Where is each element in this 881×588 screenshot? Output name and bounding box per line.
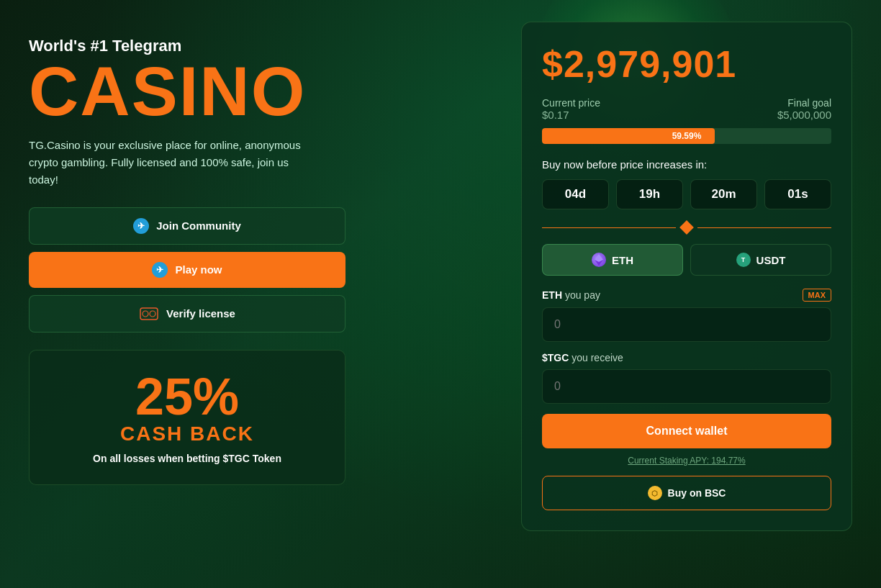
eth-icon [592,253,606,267]
price-left: Current price $0.17 [542,97,600,121]
countdown-days: 04d [542,179,609,209]
buy-on-bsc-button[interactable]: ⬡ Buy on BSC [542,476,831,510]
connect-wallet-button[interactable]: Connect wallet [542,414,831,448]
price-row: Current price $0.17 Final goal $5,000,00… [542,97,831,121]
divider-left [542,227,676,228]
current-price-value: $0.17 [542,109,600,121]
eth-tab[interactable]: ETH [542,244,683,276]
eth-label-strong: ETH [542,289,562,301]
divider-right [697,227,831,228]
main-container: World's #1 Telegram CASINO TG.Casino is … [0,0,881,588]
eth-tab-label: ETH [612,254,633,266]
price-right: Final goal $5,000,000 [777,97,831,121]
usdt-tab[interactable]: T USDT [690,244,831,276]
left-panel: World's #1 Telegram CASINO TG.Casino is … [29,22,345,485]
bsc-label: Buy on BSC [668,487,726,499]
cashback-description: On all losses when betting $TGC Token [51,453,323,464]
tgc-input[interactable] [542,369,831,404]
casino-title: CASINO [29,58,345,124]
countdown-hours: 19h [616,179,683,209]
description: TG.Casino is your exclusive place for on… [29,137,302,189]
currency-tabs: ETH T USDT [542,244,831,276]
countdown-row: 04d 19h 20m 01s [542,179,831,209]
svg-point-2 [150,311,155,317]
eth-input-label: ETH you pay [542,289,600,301]
tgc-input-label: $TGC you receive [542,352,623,363]
max-button[interactable]: MAX [803,289,831,302]
staking-apy[interactable]: Current Staking APY: 194.77% [542,456,831,466]
usdt-tab-label: USDT [756,254,786,266]
button-group: ✈ Join Community ✈ Play now Verify licen… [29,207,345,333]
bsc-coin-icon: ⬡ [648,486,662,500]
cashback-percent: 25% [51,371,323,422]
verify-license-label: Verify license [166,307,235,320]
right-panel: $2,979,901 Current price $0.17 Final goa… [521,22,852,531]
telegram-play-icon: ✈ [152,262,168,278]
join-community-label: Join Community [156,220,241,232]
verify-license-button[interactable]: Verify license [29,295,345,333]
eth-input-label-row: ETH you pay MAX [542,289,831,302]
progress-text: 59.59% [672,131,702,141]
buy-label: Buy now before price increases in: [542,158,831,171]
usdt-icon: T [736,253,751,267]
telegram-icon: ✈ [133,218,149,234]
play-now-label: Play now [175,263,222,276]
svg-point-1 [143,311,148,317]
amount-display: $2,979,901 [542,42,831,86]
eth-input[interactable] [542,307,831,342]
current-price-label: Current price [542,97,600,109]
license-icon [139,306,159,322]
final-goal-label: Final goal [777,97,831,109]
divider-line [542,222,831,232]
tgc-input-label-row: $TGC you receive [542,352,831,363]
eth-input-section: ETH you pay MAX [542,289,831,342]
cashback-box: 25% CASH BACK On all losses when betting… [29,350,345,485]
final-goal-value: $5,000,000 [777,109,831,121]
tgc-label-strong: $TGC [542,352,569,363]
tgc-input-section: $TGC you receive [542,352,831,404]
diamond-icon [679,220,694,235]
play-now-button[interactable]: ✈ Play now [29,252,345,288]
countdown-seconds: 01s [764,179,831,209]
progress-bar-container: 59.59% [542,128,831,144]
svg-rect-0 [140,308,158,320]
countdown-minutes: 20m [690,179,757,209]
cashback-label: CASH BACK [51,422,323,445]
join-community-button[interactable]: ✈ Join Community [29,207,345,245]
